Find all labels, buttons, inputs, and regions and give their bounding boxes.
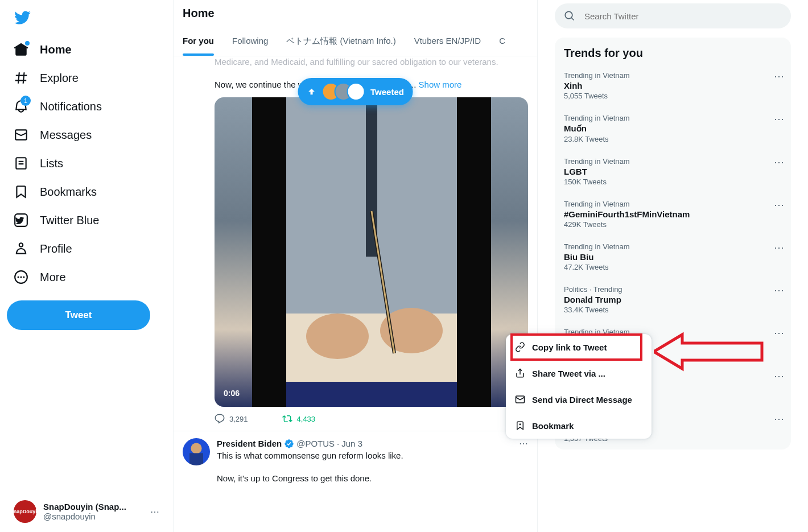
tab-following[interactable]: Following: [223, 27, 277, 56]
account-more-icon: ⋯: [150, 506, 159, 517]
svg-point-9: [306, 314, 369, 359]
page-title: Home: [174, 0, 537, 27]
tweet-body: This is what commonsense gun reform look…: [217, 450, 528, 461]
trend-context: Trending in Vietnam: [564, 114, 782, 122]
nav-more-label: More: [40, 271, 66, 284]
retweet-button[interactable]: 4,433: [282, 414, 316, 424]
reply-button[interactable]: 3,291: [215, 414, 248, 424]
tab-for-you[interactable]: For you: [174, 27, 223, 56]
trend-name: #GeminiFourth1stFMinVietnam: [564, 209, 782, 219]
trend-item[interactable]: Politics · Trending Donald Trump 33.4K T…: [555, 278, 791, 321]
copy-link-button[interactable]: Copy link to Tweet: [506, 334, 652, 360]
search-icon: [564, 10, 575, 22]
pill-avatar: [347, 83, 365, 101]
nav-profile[interactable]: Profile: [7, 234, 166, 263]
new-tweets-pill[interactable]: Tweeted: [298, 78, 413, 105]
main-column: Home For you Following ベトナム情報 (Vietnam I…: [174, 0, 538, 532]
nav-home[interactable]: Home: [7, 35, 166, 64]
hashtag-icon: [14, 71, 28, 85]
compose-tweet-button[interactable]: Tweet: [7, 300, 150, 330]
account-name: SnapDouyin (Snap...: [43, 502, 126, 512]
nav-explore[interactable]: Explore: [7, 64, 166, 92]
share-icon: [515, 368, 525, 378]
share-via-button[interactable]: Share Tweet via ...: [506, 360, 652, 386]
link-icon: [515, 342, 525, 352]
trend-more-button[interactable]: ⋯: [774, 199, 784, 211]
trend-item[interactable]: Trending in Vietnam Muốn 23.8K Tweets ⋯: [555, 107, 791, 150]
trend-item[interactable]: Trending in Vietnam #GeminiFourth1stFMin…: [555, 193, 791, 236]
list-icon: [14, 156, 28, 171]
svg-rect-8: [286, 382, 457, 407]
share-popup: Copy link to Tweet Share Tweet via ... S…: [506, 334, 652, 439]
trend-more-button[interactable]: ⋯: [774, 70, 784, 83]
verified-badge-icon: [284, 439, 294, 449]
video-timestamp: 0:06: [224, 389, 240, 398]
search-input[interactable]: [584, 11, 782, 21]
sidebar-left: Home Explore 1 Notifications Messages Li…: [0, 0, 174, 532]
tweet[interactable]: President Biden @POTUS · Jun 3 ⋯ This is…: [174, 431, 537, 491]
home-icon: [14, 42, 28, 57]
nav-profile-label: Profile: [40, 242, 72, 255]
tweet-more-button[interactable]: ⋯: [519, 438, 528, 449]
show-more-link[interactable]: Show more: [419, 80, 462, 89]
tweet-date[interactable]: Jun 3: [341, 439, 362, 448]
video-still-icon: [252, 97, 491, 407]
trend-name: Xinh: [564, 81, 782, 90]
nav-lists[interactable]: Lists: [7, 149, 166, 178]
bell-icon: 1: [14, 99, 28, 114]
nav-twitter-blue[interactable]: Twitter Blue: [7, 206, 166, 234]
trends-title: Trends for you: [555, 44, 791, 64]
tab-vietnam-info[interactable]: ベトナム情報 (Vietnam Info.): [277, 27, 405, 56]
trend-count: 23.8K Tweets: [564, 135, 782, 143]
twitter-blue-icon: [14, 213, 28, 228]
trend-name: Donald Trump: [564, 295, 782, 304]
trend-context: Trending in Vietnam: [564, 157, 782, 166]
nav-bookmarks-label: Bookmarks: [40, 185, 97, 199]
nav-lists-label: Lists: [40, 157, 63, 170]
trend-more-button[interactable]: ⋯: [774, 156, 784, 168]
trend-count: 33.4K Tweets: [564, 306, 782, 314]
svg-point-3: [20, 276, 22, 278]
feed-tabs: For you Following ベトナム情報 (Vietnam Info.)…: [174, 27, 537, 56]
search-box[interactable]: [555, 3, 791, 28]
trend-name: Biu Biu: [564, 252, 782, 262]
tab-vtubers[interactable]: Vtubers EN/JP/ID: [405, 27, 490, 56]
trend-more-button[interactable]: ⋯: [774, 370, 784, 382]
trend-context: Politics · Trending: [564, 285, 782, 294]
nav-more[interactable]: More: [7, 263, 166, 291]
svg-point-2: [18, 276, 19, 278]
send-dm-label: Send via Direct Message: [532, 395, 632, 405]
trend-more-button[interactable]: ⋯: [774, 113, 784, 125]
reply-count: 3,291: [229, 415, 248, 423]
trend-more-button[interactable]: ⋯: [774, 413, 784, 425]
tweet-author-name[interactable]: President Biden: [217, 439, 282, 448]
arrow-up-icon: [307, 87, 316, 96]
trend-context: Trending in Vietnam: [564, 71, 782, 80]
nav-messages[interactable]: Messages: [7, 121, 166, 149]
nav-bookmarks[interactable]: Bookmarks: [7, 178, 166, 206]
more-circle-icon: [14, 270, 28, 284]
profile-icon: [14, 241, 28, 256]
tweet-avatar[interactable]: [183, 438, 210, 465]
trend-more-button[interactable]: ⋯: [774, 284, 784, 296]
copy-link-label: Copy link to Tweet: [532, 343, 607, 352]
trend-more-button[interactable]: ⋯: [774, 241, 784, 254]
bookmark-button[interactable]: Bookmark: [506, 413, 652, 439]
send-dm-button[interactable]: Send via Direct Message: [506, 386, 652, 413]
reply-icon: [215, 414, 225, 424]
trend-count: 150K Tweets: [564, 178, 782, 186]
trend-more-button[interactable]: ⋯: [774, 327, 784, 339]
trend-item[interactable]: Trending in Vietnam Biu Biu 47.2K Tweets…: [555, 236, 791, 278]
account-switcher[interactable]: SnapDouyin SnapDouyin (Snap... @snapdouy…: [7, 493, 166, 530]
bookmark-icon: [14, 184, 28, 199]
feed: Tweeted Medicare, and Medicaid, and fulf…: [174, 56, 537, 491]
tab-overflow[interactable]: C: [490, 27, 514, 56]
trend-item[interactable]: Trending in Vietnam Xinh 5,055 Tweets ⋯: [555, 64, 791, 107]
nav-notifications[interactable]: 1 Notifications: [7, 92, 166, 121]
twitter-logo[interactable]: [7, 2, 166, 35]
tweet-video[interactable]: 0:06: [215, 97, 528, 407]
twitter-bird-icon: [14, 9, 31, 26]
trend-item[interactable]: Trending in Vietnam LGBT 150K Tweets ⋯: [555, 150, 791, 193]
envelope-icon: [515, 394, 525, 405]
tweet-author-handle[interactable]: @POTUS: [296, 439, 335, 448]
